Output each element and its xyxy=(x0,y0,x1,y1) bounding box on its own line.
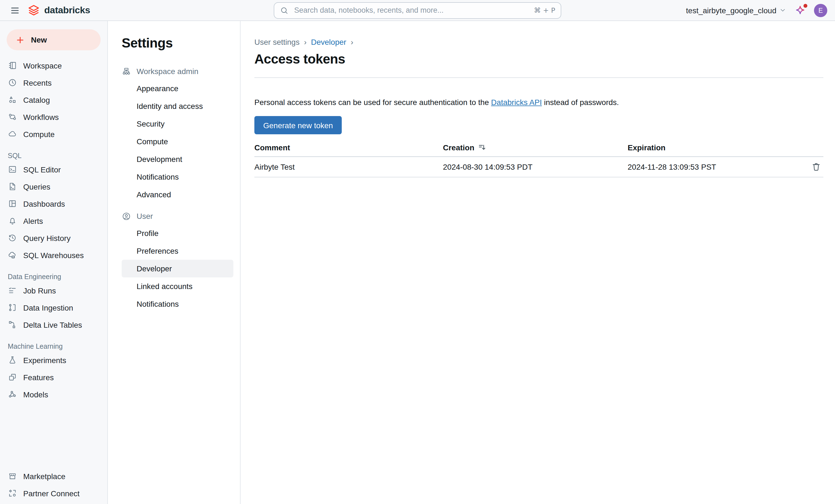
new-button[interactable]: New xyxy=(7,29,101,50)
job-runs-icon xyxy=(8,286,17,295)
sidebar-section-sql: SQL xyxy=(8,152,103,160)
sidebar-item-experiments[interactable]: Experiments xyxy=(4,352,103,369)
sidebar-item-workspace[interactable]: Workspace xyxy=(4,57,103,74)
breadcrumb-separator: › xyxy=(304,38,306,46)
search-input[interactable] xyxy=(293,5,529,15)
delta-live-tables-icon xyxy=(8,320,17,329)
settings-item-linked-accounts[interactable]: Linked accounts xyxy=(122,277,233,295)
cloud-icon xyxy=(8,129,17,139)
settings-item-advanced[interactable]: Advanced xyxy=(122,186,233,203)
dashboards-icon xyxy=(8,199,17,208)
sidebar-item-alerts[interactable]: Alerts xyxy=(4,212,103,229)
token-creation-cell: 2024-08-30 14:09:53 PDT xyxy=(443,163,628,171)
sidebar-section-machine-learning: Machine Learning xyxy=(8,343,103,350)
hamburger-icon xyxy=(10,5,20,15)
sidebar-item-data-ingestion[interactable]: Data Ingestion xyxy=(4,299,103,316)
org-chart-icon xyxy=(122,67,131,76)
token-expiration-cell: 2024-11-28 13:09:53 PST xyxy=(628,163,801,171)
sql-editor-icon xyxy=(8,165,17,174)
search-shortcut-hint: ⌘ + P xyxy=(534,6,555,14)
flask-icon xyxy=(8,355,17,365)
settings-item-notifications-user[interactable]: Notifications xyxy=(122,295,233,313)
settings-item-development[interactable]: Development xyxy=(122,150,233,168)
breadcrumb: User settings › Developer › xyxy=(254,38,823,46)
features-icon xyxy=(8,373,17,382)
main-sidebar: New Workspace Recents Catalog Workflows … xyxy=(0,21,108,504)
settings-title: Settings xyxy=(122,35,236,51)
recents-clock-icon xyxy=(8,78,17,87)
settings-nav-panel: Settings Workspace admin Appearance Iden… xyxy=(108,21,241,504)
workflows-icon xyxy=(8,112,17,122)
settings-group-user: User xyxy=(122,208,236,224)
queries-icon xyxy=(8,182,17,191)
sort-descending-icon xyxy=(478,143,487,152)
sidebar-item-compute[interactable]: Compute xyxy=(4,125,103,143)
partner-connect-icon xyxy=(8,488,17,498)
description-text: Personal access tokens can be used for s… xyxy=(254,98,823,107)
hamburger-menu-button[interactable] xyxy=(8,3,22,17)
models-icon xyxy=(8,390,17,399)
settings-item-developer[interactable]: Developer xyxy=(122,260,233,277)
workspace-icon xyxy=(8,61,17,70)
column-header-expiration: Expiration xyxy=(628,143,801,152)
breadcrumb-developer[interactable]: Developer xyxy=(311,38,346,46)
sidebar-item-queries[interactable]: Queries xyxy=(4,178,103,195)
sidebar-item-marketplace[interactable]: Marketplace xyxy=(4,467,103,485)
warehouse-cloud-icon xyxy=(8,250,17,260)
sidebar-item-dashboards[interactable]: Dashboards xyxy=(4,195,103,212)
databricks-logo[interactable]: databricks xyxy=(27,4,90,17)
top-right-cluster: test_airbyte_google_cloud E xyxy=(686,4,827,17)
chevron-down-icon xyxy=(779,7,786,14)
storefront-icon xyxy=(8,471,17,481)
workspace-selector-label: test_airbyte_google_cloud xyxy=(686,6,776,15)
sidebar-item-job-runs[interactable]: Job Runs xyxy=(4,282,103,299)
user-avatar[interactable]: E xyxy=(814,4,827,17)
search-icon xyxy=(280,6,289,15)
settings-item-identity-and-access[interactable]: Identity and access xyxy=(122,97,233,115)
global-search[interactable]: ⌘ + P xyxy=(274,2,561,19)
settings-item-notifications-admin[interactable]: Notifications xyxy=(122,168,233,186)
title-divider xyxy=(254,77,823,78)
table-row: Airbyte Test 2024-08-30 14:09:53 PDT 202… xyxy=(254,157,823,177)
sidebar-item-delta-live-tables[interactable]: Delta Live Tables xyxy=(4,316,103,333)
logo-wordmark: databricks xyxy=(44,5,90,16)
databricks-api-link[interactable]: Databricks API xyxy=(491,98,542,107)
plus-icon xyxy=(16,35,25,44)
sidebar-item-workflows[interactable]: Workflows xyxy=(4,108,103,125)
sidebar-item-models[interactable]: Models xyxy=(4,386,103,403)
sidebar-spacer xyxy=(4,403,103,467)
assistant-button[interactable] xyxy=(794,4,806,16)
user-circle-icon xyxy=(122,211,131,221)
settings-group-workspace-admin: Workspace admin xyxy=(122,63,236,80)
settings-item-security[interactable]: Security xyxy=(122,115,233,133)
sidebar-item-query-history[interactable]: Query History xyxy=(4,229,103,247)
history-icon xyxy=(8,233,17,243)
settings-item-preferences[interactable]: Preferences xyxy=(122,242,233,260)
sidebar-item-features[interactable]: Features xyxy=(4,369,103,386)
settings-item-compute[interactable]: Compute xyxy=(122,133,233,150)
token-comment-cell: Airbyte Test xyxy=(254,163,443,171)
main-content: User settings › Developer › Access token… xyxy=(241,21,835,504)
notification-dot xyxy=(803,4,807,7)
breadcrumb-user-settings[interactable]: User settings xyxy=(254,38,300,46)
table-header-row: Comment Creation Expiration xyxy=(254,138,823,157)
column-header-creation[interactable]: Creation xyxy=(443,143,628,152)
catalog-icon xyxy=(8,95,17,104)
generate-new-token-button[interactable]: Generate new token xyxy=(254,116,342,134)
databricks-app: databricks ⌘ + P test_airbyte_google_clo… xyxy=(0,0,835,504)
sidebar-section-data-engineering: Data Engineering xyxy=(8,273,103,281)
bell-icon xyxy=(8,216,17,226)
access-tokens-table: Comment Creation Expiration Airbyte Test… xyxy=(254,138,823,177)
breadcrumb-separator-2: › xyxy=(351,38,353,46)
avatar-initial: E xyxy=(818,6,823,14)
workspace-selector[interactable]: test_airbyte_google_cloud xyxy=(686,6,786,15)
sidebar-item-sql-warehouses[interactable]: SQL Warehouses xyxy=(4,247,103,264)
sidebar-item-catalog[interactable]: Catalog xyxy=(4,91,103,108)
sidebar-item-recents[interactable]: Recents xyxy=(4,74,103,91)
settings-item-profile[interactable]: Profile xyxy=(122,224,233,242)
settings-item-appearance[interactable]: Appearance xyxy=(122,80,233,97)
sidebar-item-partner-connect[interactable]: Partner Connect xyxy=(4,485,103,502)
delete-token-button[interactable] xyxy=(809,160,823,174)
trash-icon xyxy=(811,162,821,172)
sidebar-item-sql-editor[interactable]: SQL Editor xyxy=(4,161,103,178)
